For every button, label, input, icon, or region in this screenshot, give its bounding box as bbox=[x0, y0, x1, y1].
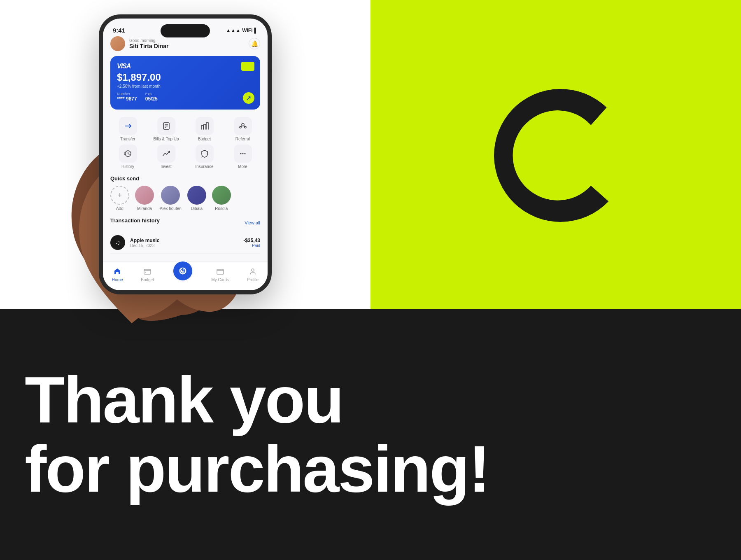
bottom-section: Thank you for purchasing! bbox=[0, 309, 741, 560]
svg-rect-15 bbox=[217, 269, 224, 274]
history-icon bbox=[119, 145, 137, 163]
invest-icon bbox=[157, 145, 175, 163]
status-time: 9:41 bbox=[113, 27, 125, 34]
center-nav-button[interactable] bbox=[172, 260, 193, 282]
budget-nav-label: Budget bbox=[141, 278, 154, 282]
action-history[interactable]: History bbox=[110, 145, 145, 169]
app-content: Good morning, Siti Tirta Dinar 🔔 VISA $1… bbox=[103, 36, 268, 254]
action-more[interactable]: More bbox=[225, 145, 260, 169]
bottom-nav: Home Budget bbox=[103, 261, 268, 290]
nav-center[interactable] bbox=[172, 266, 193, 282]
send-dibala[interactable]: Dibala bbox=[187, 186, 206, 211]
visa-logo: VISA bbox=[117, 63, 254, 70]
notification-bell-icon[interactable]: 🔔 bbox=[249, 38, 260, 49]
cards-nav-label: My Cards bbox=[211, 278, 229, 282]
transaction-header: Transaction history View all bbox=[110, 217, 260, 228]
visa-card[interactable]: VISA $1,897.00 +2.50% from last month Nu… bbox=[110, 56, 260, 110]
right-panel bbox=[370, 0, 741, 309]
transaction-row: ♫ Apple music Dec 15, 2023 -$35,43 Paid bbox=[110, 232, 260, 254]
dynamic-island bbox=[161, 24, 210, 37]
greeting-row: Good morning, Siti Tirta Dinar 🔔 bbox=[110, 36, 260, 51]
card-number-label: Number bbox=[117, 92, 137, 96]
card-exp-label: Exp. bbox=[145, 92, 158, 96]
alex-name: Alex houten bbox=[160, 206, 182, 211]
transaction-right: -$35,43 Paid bbox=[243, 238, 260, 248]
profile-nav-label: Profile bbox=[247, 278, 259, 282]
referral-label: Referral bbox=[235, 137, 250, 141]
thank-you-line2: for purchasing! bbox=[25, 434, 489, 504]
card-arrow-icon[interactable]: ↗ bbox=[243, 92, 254, 104]
card-exp-value: 05/25 bbox=[145, 96, 158, 102]
invest-label: Invest bbox=[161, 164, 172, 169]
home-icon bbox=[112, 266, 122, 276]
transaction-amount: -$35,43 bbox=[243, 238, 260, 243]
quick-send-title: Quick send bbox=[110, 175, 260, 182]
rosdia-name: Rosdia bbox=[215, 206, 228, 211]
action-budget[interactable]: Budget bbox=[187, 117, 222, 141]
action-transfer[interactable]: Transfer bbox=[110, 117, 145, 141]
svg-point-4 bbox=[242, 124, 244, 126]
alex-avatar bbox=[161, 186, 180, 205]
more-label: More bbox=[238, 164, 247, 169]
card-number-group: Number **** 9877 bbox=[117, 92, 137, 102]
card-number-value: **** 9877 bbox=[117, 96, 137, 102]
thank-you-block: Thank you for purchasing! bbox=[25, 365, 489, 504]
svg-point-10 bbox=[244, 153, 245, 154]
send-miranda[interactable]: Miranda bbox=[135, 186, 154, 211]
logo-container bbox=[463, 62, 648, 247]
add-contact-icon: + bbox=[110, 186, 129, 205]
transfer-icon bbox=[119, 117, 137, 135]
action-invest[interactable]: Invest bbox=[149, 145, 184, 169]
action-insurance[interactable]: Insurance bbox=[187, 145, 222, 169]
cards-nav-icon bbox=[215, 266, 225, 276]
dibala-name: Dibala bbox=[191, 206, 203, 211]
phone-screen: 9:41 ▲▲▲ WiFi ▌ bbox=[103, 19, 268, 290]
action-referral[interactable]: Referral bbox=[225, 117, 260, 141]
top-section: 9:41 ▲▲▲ WiFi ▌ bbox=[0, 0, 741, 309]
quick-actions-grid: Transfer Bills & Top Up bbox=[110, 117, 260, 169]
transfer-label: Transfer bbox=[120, 137, 135, 141]
status-icons: ▲▲▲ WiFi ▌ bbox=[226, 28, 258, 33]
miranda-avatar bbox=[135, 186, 154, 205]
more-icon bbox=[234, 145, 252, 163]
budget-icon bbox=[196, 117, 214, 135]
nav-home[interactable]: Home bbox=[112, 266, 123, 282]
nav-budget[interactable]: Budget bbox=[141, 266, 154, 282]
wifi-icon: WiFi bbox=[242, 28, 252, 33]
transaction-info: Apple music Dec 15, 2023 bbox=[130, 238, 238, 248]
left-panel: 9:41 ▲▲▲ WiFi ▌ bbox=[0, 0, 370, 309]
send-alex[interactable]: Alex houten bbox=[160, 186, 182, 211]
nav-cards[interactable]: My Cards bbox=[211, 266, 229, 282]
add-contact-label: Add bbox=[116, 206, 124, 211]
svg-point-9 bbox=[242, 153, 243, 154]
greeting-text: Good morning, Siti Tirta Dinar bbox=[129, 38, 168, 49]
nav-profile[interactable]: Profile bbox=[247, 266, 259, 282]
rosdia-avatar bbox=[212, 186, 231, 205]
transaction-name: Apple music bbox=[130, 238, 238, 243]
transaction-date: Dec 15, 2023 bbox=[130, 243, 238, 248]
card-chip-icon bbox=[241, 62, 254, 71]
battery-icon: ▌ bbox=[254, 28, 258, 33]
bills-label: Bills & Top Up bbox=[153, 137, 179, 141]
apple-music-icon: ♫ bbox=[110, 235, 125, 250]
transaction-title: Transaction history bbox=[110, 217, 160, 224]
card-exp-group: Exp. 05/25 bbox=[145, 92, 158, 102]
phone-mockup: 9:41 ▲▲▲ WiFi ▌ bbox=[99, 14, 272, 294]
card-balance: $1,897.00 bbox=[117, 72, 254, 83]
view-all-link[interactable]: View all bbox=[245, 220, 260, 225]
dibala-avatar bbox=[187, 186, 206, 205]
action-bills[interactable]: Bills & Top Up bbox=[149, 117, 184, 141]
referral-icon bbox=[234, 117, 252, 135]
card-details: Number **** 9877 Exp. 05/25 bbox=[117, 92, 254, 102]
insurance-icon bbox=[196, 145, 214, 163]
insurance-label: Insurance bbox=[196, 164, 214, 169]
quick-send-row: + Add Miranda Alex houten bbox=[110, 186, 260, 211]
transaction-status: Paid bbox=[243, 243, 260, 248]
send-rosdia[interactable]: Rosdia bbox=[212, 186, 231, 211]
svg-point-12 bbox=[145, 272, 146, 273]
send-add[interactable]: + Add bbox=[110, 186, 129, 211]
budget-label: Budget bbox=[198, 137, 211, 141]
budget-nav-icon bbox=[142, 266, 152, 276]
signal-icon: ▲▲▲ bbox=[226, 28, 241, 33]
user-name-text: Siti Tirta Dinar bbox=[129, 43, 168, 49]
